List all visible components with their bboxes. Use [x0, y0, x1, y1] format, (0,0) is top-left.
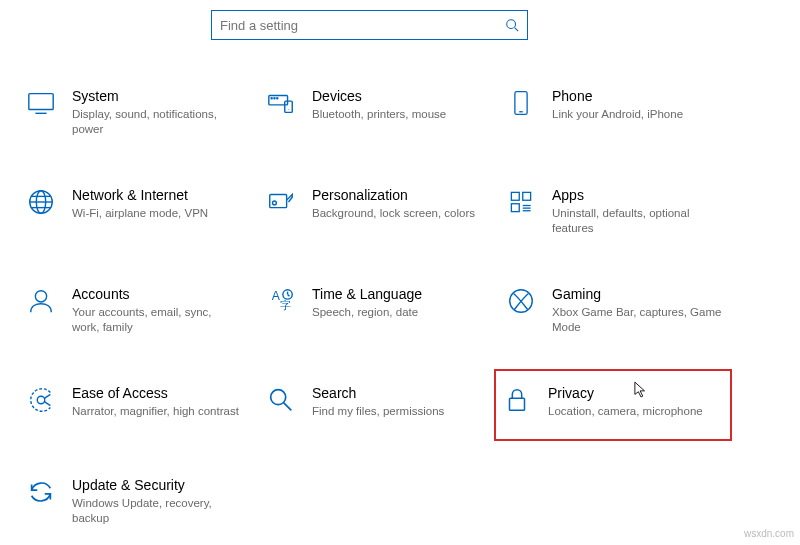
globe-icon	[24, 185, 58, 219]
tile-title: Accounts	[72, 285, 242, 303]
phone-icon	[504, 86, 538, 120]
tile-ease-of-access[interactable]: Ease of Access Narrator, magnifier, high…	[20, 377, 260, 433]
svg-point-6	[274, 98, 275, 99]
svg-text:字: 字	[280, 299, 291, 311]
svg-rect-20	[523, 192, 531, 200]
ease-icon	[24, 383, 58, 417]
tile-desc: Speech, region, date	[312, 305, 422, 320]
tile-title: Update & Security	[72, 476, 242, 494]
svg-point-25	[35, 291, 46, 302]
tile-title: Phone	[552, 87, 683, 105]
tile-apps[interactable]: Apps Uninstall, defaults, optional featu…	[500, 179, 740, 242]
tile-desc: Your accounts, email, sync, work, family	[72, 305, 242, 335]
xbox-icon	[504, 284, 538, 318]
tile-title: Network & Internet	[72, 186, 208, 204]
lock-icon	[500, 383, 534, 417]
tile-network[interactable]: Network & Internet Wi-Fi, airplane mode,…	[20, 179, 260, 242]
tile-desc: Xbox Game Bar, captures, Game Mode	[552, 305, 722, 335]
tile-desc: Wi-Fi, airplane mode, VPN	[72, 206, 208, 221]
svg-rect-21	[511, 204, 519, 212]
tile-phone[interactable]: Phone Link your Android, iPhone	[500, 80, 740, 143]
svg-line-30	[288, 294, 290, 296]
svg-rect-10	[515, 92, 527, 115]
tile-title: Devices	[312, 87, 446, 105]
tile-desc: Link your Android, iPhone	[552, 107, 683, 122]
tile-title: Apps	[552, 186, 722, 204]
svg-point-7	[277, 98, 278, 99]
svg-line-34	[284, 403, 292, 411]
tile-system[interactable]: System Display, sound, notifications, po…	[20, 80, 260, 143]
tile-devices[interactable]: Devices Bluetooth, printers, mouse	[260, 80, 500, 143]
tile-desc: Narrator, magnifier, high contrast	[72, 404, 239, 419]
person-icon	[24, 284, 58, 318]
svg-point-32	[37, 396, 45, 404]
devices-icon	[264, 86, 298, 120]
svg-rect-8	[285, 101, 293, 112]
system-icon	[24, 86, 58, 120]
tile-title: Ease of Access	[72, 384, 239, 402]
tile-update-security[interactable]: Update & Security Windows Update, recove…	[20, 469, 260, 532]
svg-point-5	[271, 98, 272, 99]
search-box[interactable]	[211, 10, 528, 40]
tile-accounts[interactable]: Accounts Your accounts, email, sync, wor…	[20, 278, 260, 341]
magnifier-icon	[264, 383, 298, 417]
tile-personalization[interactable]: Personalization Background, lock screen,…	[260, 179, 500, 242]
tile-title: Search	[312, 384, 444, 402]
svg-point-33	[271, 390, 286, 405]
tile-desc: Find my files, permissions	[312, 404, 444, 419]
svg-line-1	[515, 28, 519, 32]
tile-title: Time & Language	[312, 285, 422, 303]
tile-title: System	[72, 87, 242, 105]
settings-grid: System Display, sound, notifications, po…	[20, 80, 800, 532]
apps-icon	[504, 185, 538, 219]
language-icon: A 字	[264, 284, 298, 318]
svg-point-0	[507, 20, 516, 29]
tile-time-language[interactable]: A 字 Time & Language Speech, region, date	[260, 278, 500, 341]
svg-rect-19	[511, 192, 519, 200]
svg-point-18	[273, 201, 277, 205]
search-input[interactable]	[220, 18, 505, 33]
svg-rect-2	[29, 94, 53, 110]
tile-desc: Bluetooth, printers, mouse	[312, 107, 446, 122]
search-icon	[505, 18, 519, 32]
tile-title: Personalization	[312, 186, 475, 204]
attribution-text: wsxdn.com	[744, 528, 794, 539]
svg-rect-35	[510, 398, 525, 410]
tile-desc: Background, lock screen, colors	[312, 206, 475, 221]
tile-desc: Location, camera, microphone	[548, 404, 703, 419]
tile-title: Privacy	[548, 384, 703, 402]
svg-rect-17	[270, 195, 287, 208]
brush-icon	[264, 185, 298, 219]
sync-icon	[24, 475, 58, 509]
tile-desc: Windows Update, recovery, backup	[72, 496, 242, 526]
tile-gaming[interactable]: Gaming Xbox Game Bar, captures, Game Mod…	[500, 278, 740, 341]
tile-desc: Display, sound, notifications, power	[72, 107, 242, 137]
tile-title: Gaming	[552, 285, 722, 303]
tile-desc: Uninstall, defaults, optional features	[552, 206, 722, 236]
tile-privacy[interactable]: Privacy Location, camera, microphone	[494, 369, 732, 441]
tile-search[interactable]: Search Find my files, permissions	[260, 377, 500, 433]
